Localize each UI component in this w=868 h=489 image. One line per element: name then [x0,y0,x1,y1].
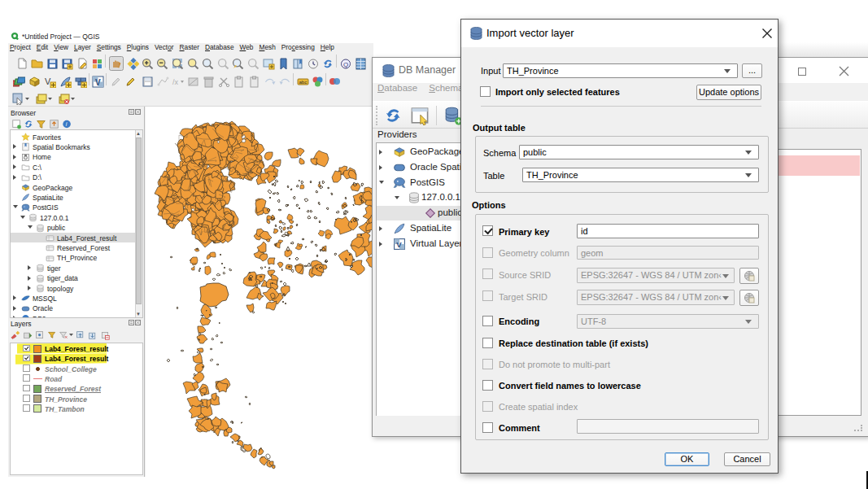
svg-text:abc: abc [299,80,308,85]
svg-text:DB: DB [24,317,28,318]
svg-text:Q: Q [343,61,348,68]
svg-text:V: V [396,240,402,249]
svg-text:V: V [95,78,101,87]
svg-text:/x: /x [172,78,179,86]
